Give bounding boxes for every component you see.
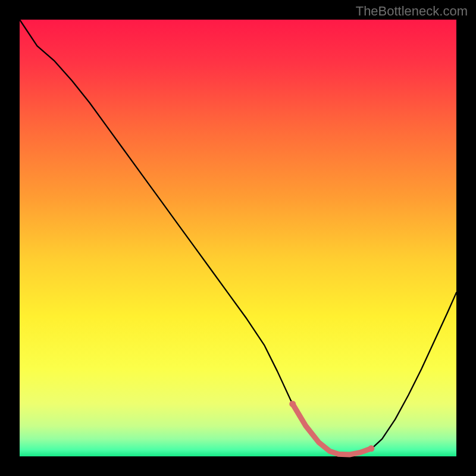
svg-point-2 — [368, 445, 374, 452]
chart-container: { "watermark": "TheBottleneck.com", "col… — [0, 0, 476, 476]
plot-area — [20, 20, 456, 456]
watermark-text: TheBottleneck.com — [356, 4, 468, 19]
bottleneck-curve — [20, 20, 456, 456]
svg-point-1 — [289, 400, 296, 407]
